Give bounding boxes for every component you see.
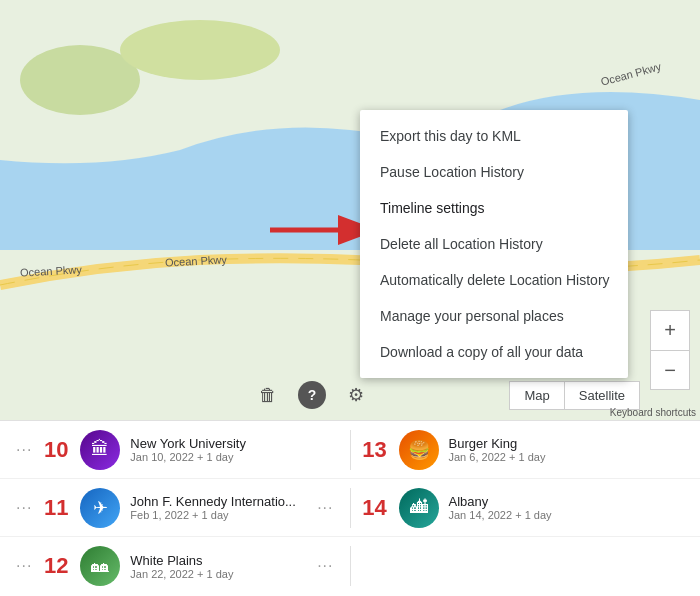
list-thumb-wp: 🏘	[80, 546, 120, 586]
list-cell-right-1: 14 🏙 Albany Jan 14, 2022 + 1 day	[351, 488, 701, 528]
settings-icon[interactable]: ⚙	[338, 377, 374, 413]
list-thumb-albany: 🏙	[399, 488, 439, 528]
menu-item-delete-all[interactable]: Delete all Location History	[360, 226, 628, 262]
list-info-bk: Burger King Jan 6, 2022 + 1 day	[449, 436, 546, 463]
menu-item-timeline-settings[interactable]: Timeline settings	[360, 190, 628, 226]
menu-item-auto-delete[interactable]: Automatically delete Location History	[360, 262, 628, 298]
list-name-albany: Albany	[449, 494, 552, 509]
list-dots-1-right[interactable]: ···	[309, 499, 341, 517]
list-date-jfk: Feb 1, 2022 + 1 day	[130, 509, 296, 521]
list-dots-0-left[interactable]: ···	[8, 441, 40, 459]
list-name-wp: White Plains	[130, 553, 233, 568]
zoom-in-button[interactable]: +	[650, 310, 690, 350]
toolbar-icons: 🗑 ? ⚙	[250, 377, 374, 413]
list-date-bk: Jan 6, 2022 + 1 day	[449, 451, 546, 463]
list-area: ··· 10 🏛 New York University Jan 10, 202…	[0, 420, 700, 596]
map-zoom-controls: + −	[650, 310, 690, 390]
list-cell-left-2: ··· 12 🏘 White Plains Jan 22, 2022 + 1 d…	[0, 546, 350, 586]
list-dots-1-left[interactable]: ···	[8, 499, 40, 517]
list-row: ··· 12 🏘 White Plains Jan 22, 2022 + 1 d…	[0, 537, 700, 595]
trash-icon[interactable]: 🗑	[250, 377, 286, 413]
list-row: ··· 10 🏛 New York University Jan 10, 202…	[0, 421, 700, 479]
list-date-wp: Jan 22, 2022 + 1 day	[130, 568, 233, 580]
list-cell-left-0: ··· 10 🏛 New York University Jan 10, 202…	[0, 430, 350, 470]
list-name-nyu: New York University	[130, 436, 246, 451]
list-date-albany: Jan 14, 2022 + 1 day	[449, 509, 552, 521]
list-name-jfk: John F. Kennedy Internatio...	[130, 494, 296, 509]
list-date-nyu: Jan 10, 2022 + 1 day	[130, 451, 246, 463]
map-type-map[interactable]: Map	[509, 381, 563, 410]
map-type-satellite[interactable]: Satellite	[564, 381, 640, 410]
list-dots-2-left[interactable]: ···	[8, 557, 40, 575]
list-thumb-jfk: ✈	[80, 488, 120, 528]
list-cell-left-1: ··· 11 ✈ John F. Kennedy Internatio... F…	[0, 488, 350, 528]
map-type-buttons: Map Satellite	[509, 381, 640, 410]
keyboard-shortcuts-label: Keyboard shortcuts	[610, 407, 696, 418]
list-name-bk: Burger King	[449, 436, 546, 451]
list-info-wp: White Plains Jan 22, 2022 + 1 day	[130, 553, 233, 580]
list-number-12: 12	[40, 553, 72, 579]
list-info-nyu: New York University Jan 10, 2022 + 1 day	[130, 436, 246, 463]
context-menu: Export this day to KML Pause Location Hi…	[360, 110, 628, 378]
list-number-13: 13	[359, 437, 391, 463]
list-dots-2-right[interactable]: ···	[309, 557, 341, 575]
list-number-11: 11	[40, 495, 72, 521]
menu-item-export[interactable]: Export this day to KML	[360, 118, 628, 154]
menu-item-download[interactable]: Download a copy of all your data	[360, 334, 628, 370]
list-cell-right-0: 13 🍔 Burger King Jan 6, 2022 + 1 day	[351, 430, 701, 470]
list-thumb-bk: 🍔	[399, 430, 439, 470]
list-divider	[350, 546, 351, 586]
list-thumb-nyu: 🏛	[80, 430, 120, 470]
list-number-14: 14	[359, 495, 391, 521]
menu-item-manage-places[interactable]: Manage your personal places	[360, 298, 628, 334]
zoom-out-button[interactable]: −	[650, 350, 690, 390]
menu-item-pause[interactable]: Pause Location History	[360, 154, 628, 190]
help-icon[interactable]: ?	[298, 381, 326, 409]
list-info-jfk: John F. Kennedy Internatio... Feb 1, 202…	[130, 494, 296, 521]
list-number-10: 10	[40, 437, 72, 463]
map-area: Ocean Pkwy Gilgo Beach Ocean Pkwy Ocean …	[0, 0, 700, 420]
list-row: ··· 11 ✈ John F. Kennedy Internatio... F…	[0, 479, 700, 537]
svg-point-2	[120, 20, 280, 80]
list-info-albany: Albany Jan 14, 2022 + 1 day	[449, 494, 552, 521]
